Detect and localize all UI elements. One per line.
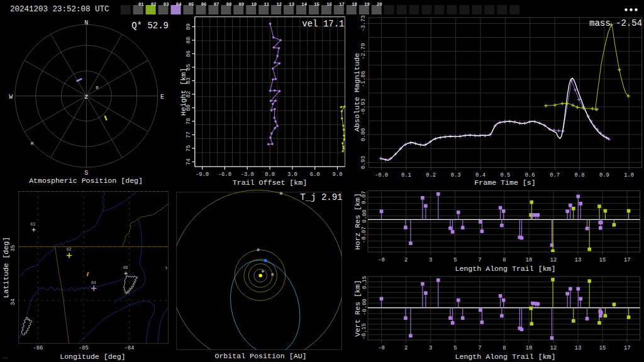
svg-text:W: W xyxy=(9,94,13,101)
svg-text:0.15: 0.15 xyxy=(362,276,368,289)
svg-text:77: 77 xyxy=(186,131,192,138)
svg-text:89: 89 xyxy=(186,23,192,30)
svg-text:0.7: 0.7 xyxy=(550,172,560,178)
svg-text:11: 11 xyxy=(264,2,269,7)
svg-text:15: 15 xyxy=(314,2,319,7)
svg-text:7: 7 xyxy=(478,257,481,263)
svg-text:10: 10 xyxy=(526,345,533,351)
svg-text:08: 08 xyxy=(123,266,128,270)
svg-text:E: E xyxy=(160,94,164,101)
svg-text:20241203 23:52:08 UTC: 20241203 23:52:08 UTC xyxy=(10,5,109,14)
svg-text:16: 16 xyxy=(326,2,332,7)
svg-text:35: 35 xyxy=(10,245,16,252)
svg-text:02: 02 xyxy=(67,248,72,252)
svg-text:Height [km]: Height [km] xyxy=(179,68,187,116)
svg-text:T_j 2.91: T_j 2.91 xyxy=(300,192,342,202)
svg-text:-0.15: -0.15 xyxy=(362,323,368,339)
svg-text:1.0: 1.0 xyxy=(624,172,634,178)
svg-text:-0: -0 xyxy=(378,345,385,351)
svg-text:10: 10 xyxy=(526,257,533,263)
svg-text:17: 17 xyxy=(339,2,345,7)
svg-text:9.0: 9.0 xyxy=(333,172,343,178)
svg-text:18: 18 xyxy=(352,2,357,7)
svg-text:19: 19 xyxy=(364,2,370,7)
svg-text:17: 17 xyxy=(624,345,631,351)
svg-text:13: 13 xyxy=(289,2,294,7)
svg-text:13: 13 xyxy=(575,345,582,351)
svg-text:3.0: 3.0 xyxy=(287,172,297,178)
svg-text:12: 12 xyxy=(550,345,557,351)
svg-text:34: 34 xyxy=(10,299,16,305)
svg-text:74: 74 xyxy=(186,158,192,165)
svg-text:Longitude [deg]: Longitude [deg] xyxy=(60,353,125,361)
svg-text:S: S xyxy=(84,170,88,177)
svg-text:-85: -85 xyxy=(79,345,89,351)
svg-text:Latitude [deg]: Latitude [deg] xyxy=(2,237,10,298)
svg-text:6.0: 6.0 xyxy=(310,172,320,178)
svg-text:2: 2 xyxy=(404,345,408,351)
svg-text:5: 5 xyxy=(453,345,457,351)
svg-text:15: 15 xyxy=(599,345,606,351)
svg-text:M: M xyxy=(31,141,34,146)
svg-text:-0.07: -0.07 xyxy=(362,226,368,243)
svg-text:N: N xyxy=(84,19,88,26)
svg-text:05: 05 xyxy=(189,2,194,7)
svg-text:Z: Z xyxy=(85,94,89,101)
svg-text:Horz Res [km]: Horz Res [km] xyxy=(353,193,362,250)
svg-text:09: 09 xyxy=(239,2,245,7)
svg-text:-84: -84 xyxy=(124,345,134,351)
svg-text:Length Along Trail [km]: Length Along Trail [km] xyxy=(455,353,555,361)
svg-text:-2.79: -2.79 xyxy=(360,43,367,59)
svg-text:03: 03 xyxy=(164,2,169,7)
svg-text:0.8: 0.8 xyxy=(575,172,585,178)
svg-text:Q* 52.9: Q* 52.9 xyxy=(131,21,169,31)
svg-text:06: 06 xyxy=(201,2,207,7)
svg-text:0.00: 0.00 xyxy=(362,209,368,222)
svg-text:Vert Res [km]: Vert Res [km] xyxy=(353,280,362,336)
svg-text:Trail Offset [km]: Trail Offset [km] xyxy=(233,178,307,187)
svg-text:88: 88 xyxy=(186,37,192,44)
svg-text:0.5: 0.5 xyxy=(500,172,510,178)
svg-text:-0.00: -0.00 xyxy=(362,299,368,315)
svg-text:10: 10 xyxy=(252,2,257,7)
svg-text:5: 5 xyxy=(453,257,457,263)
svg-text:Absolute Magnitude: Absolute Magnitude xyxy=(353,53,361,131)
svg-text:-6.0: -6.0 xyxy=(218,172,231,178)
svg-text:-1.86: -1.86 xyxy=(360,71,367,87)
svg-text:3: 3 xyxy=(429,345,432,351)
svg-text:14: 14 xyxy=(301,2,307,7)
svg-text:vel 17.1: vel 17.1 xyxy=(302,19,344,29)
svg-text:75: 75 xyxy=(186,145,192,152)
svg-text:-86: -86 xyxy=(33,345,43,351)
svg-text:Orbital Position [AU]: Orbital Position [AU] xyxy=(214,352,306,360)
svg-text:7: 7 xyxy=(478,345,481,351)
svg-text:02: 02 xyxy=(151,2,157,7)
svg-text:78: 78 xyxy=(186,118,192,125)
svg-text:12: 12 xyxy=(276,2,282,7)
svg-text:20: 20 xyxy=(377,2,382,7)
svg-text:0.6: 0.6 xyxy=(525,172,535,178)
svg-text:12: 12 xyxy=(550,257,557,263)
svg-text:-3.73: -3.73 xyxy=(360,15,367,31)
svg-text:rms: rms xyxy=(3,356,8,360)
svg-text:Atmospheric Position [deg]: Atmospheric Position [deg] xyxy=(29,177,143,185)
svg-text:0.00: 0.00 xyxy=(360,128,367,141)
svg-text:0.9: 0.9 xyxy=(599,172,609,178)
svg-text:0.07: 0.07 xyxy=(362,191,368,204)
svg-text:04: 04 xyxy=(176,2,182,7)
svg-text:17: 17 xyxy=(624,257,631,263)
svg-text:-9.0: -9.0 xyxy=(196,172,209,178)
svg-text:0.93: 0.93 xyxy=(360,156,367,169)
svg-text:0.4: 0.4 xyxy=(475,172,486,178)
svg-text:0.2: 0.2 xyxy=(426,172,436,178)
svg-text:mass -2.54: mass -2.54 xyxy=(589,18,642,28)
svg-text:3: 3 xyxy=(429,257,432,263)
svg-text:0.0: 0.0 xyxy=(265,172,275,178)
svg-text:R: R xyxy=(96,85,99,90)
svg-text:86: 86 xyxy=(186,50,192,57)
svg-text:07: 07 xyxy=(214,2,219,7)
svg-text:01: 01 xyxy=(138,2,144,7)
svg-text:-0.0: -0.0 xyxy=(375,172,388,178)
svg-text:8: 8 xyxy=(502,257,506,263)
svg-text:2: 2 xyxy=(404,257,408,263)
